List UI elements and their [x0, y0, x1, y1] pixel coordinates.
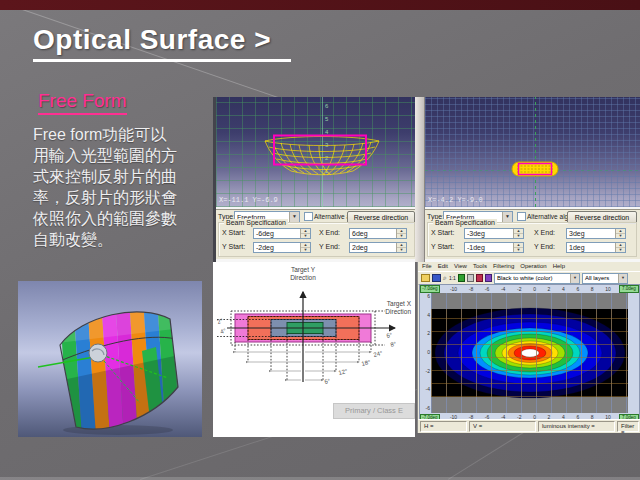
svg-text:6°: 6°: [324, 378, 332, 385]
cad-small-form: Type: Freeform ▼ Alternative algorithm (…: [425, 209, 640, 259]
marker-icon[interactable]: [476, 274, 483, 282]
beam-specification-legend: Beam Specification: [224, 219, 288, 226]
alternative-algorithm-checkbox[interactable]: [304, 212, 313, 221]
spinner[interactable]: ▲▼: [396, 243, 406, 252]
y-end-input[interactable]: 2deg ▲▼: [349, 242, 407, 253]
y-start-input[interactable]: -1deg ▲▼: [464, 242, 524, 253]
page-title: Optical Surface >: [33, 24, 291, 62]
x-start-input[interactable]: -3deg ▲▼: [464, 228, 524, 239]
open-folder-icon[interactable]: [421, 274, 430, 282]
crosshair-vertical: [535, 97, 536, 207]
svg-text:Direction: Direction: [385, 308, 411, 315]
cad-main-panel: 6 5 4 3 2 1: [213, 97, 418, 262]
svg-text:Target X: Target X: [387, 300, 412, 308]
status-v: V =: [469, 421, 536, 432]
y-end-input[interactable]: 1deg ▲▼: [566, 242, 626, 253]
spinner[interactable]: ▲▼: [300, 243, 310, 252]
slide: Optical Surface > Free Form Free form功能可…: [0, 0, 640, 480]
luminous-intensity-window: File Edit View Tools Filtering Operation…: [417, 262, 640, 433]
freeform-mesh-object-small[interactable]: [511, 159, 559, 179]
body-text: Free form功能可以 用輸入光型範圍的方 式來控制反射片的曲 率，反射片的…: [33, 124, 217, 250]
layers-select[interactable]: All layers ▼: [582, 273, 628, 284]
svg-text:4°: 4°: [219, 327, 227, 335]
range-badge: 7.0deg: [619, 285, 639, 293]
range-badge: -7.0deg: [420, 285, 440, 293]
svg-text:12°: 12°: [338, 368, 349, 376]
x-end-input[interactable]: 6deg ▲▼: [349, 228, 407, 239]
spinner[interactable]: ▲▼: [513, 243, 523, 252]
colormap-select[interactable]: Black to white (color) ▼: [494, 273, 580, 284]
chevron-down-icon[interactable]: ▼: [502, 212, 512, 222]
beam-specification-group: Beam Specification X Start: -3deg ▲▼ X E…: [427, 222, 637, 257]
cad-main-form: Type: Freeform ▼ Alternative algorithm (…: [216, 209, 418, 259]
target-diagram-panel: Target Y Direction Target X Direction: [213, 262, 415, 437]
grid-icon[interactable]: [458, 274, 465, 282]
status-luminous-intensity: luminous intensity =: [538, 421, 615, 432]
reflector-3d-image: [18, 281, 202, 437]
beam-specification-group: Beam Specification X Start: -6deg ▲▼ X E…: [218, 222, 415, 257]
x-axis-ruler-top: -12-10-8-6-4-2024681012: [431, 286, 628, 292]
reflector-surface-drawing: [18, 281, 202, 437]
status-bar: H = V = luminous intensity = Filter =: [418, 419, 640, 433]
body-line: 自動改變。: [33, 229, 217, 250]
body-line: 依照你入的範圍參數: [33, 208, 217, 229]
spinner[interactable]: ▲▼: [615, 229, 625, 238]
toolbar: ⌕ 1:1 Black to white (color) ▼ All layer…: [418, 271, 640, 285]
measure-icon[interactable]: [485, 274, 492, 282]
zoom-1-1-button[interactable]: 1:1: [449, 275, 456, 281]
spinner[interactable]: ▲▼: [396, 229, 406, 238]
svg-text:6°: 6°: [386, 332, 394, 339]
alternative-algorithm-checkbox[interactable]: [517, 212, 526, 221]
zoom-icon[interactable]: ⌕: [443, 274, 447, 282]
body-line: 用輸入光型範圍的方: [33, 145, 217, 166]
subtitle-free-form: Free Form: [38, 90, 127, 115]
status-h: H =: [420, 421, 467, 432]
svg-text:Direction: Direction: [290, 274, 316, 281]
window-divider: [415, 97, 425, 262]
spinner[interactable]: ▲▼: [513, 229, 523, 238]
svg-text:8°: 8°: [390, 341, 398, 348]
svg-text:18°: 18°: [361, 359, 372, 367]
cursor-position-status: X=-11.1 Y=-6.9: [219, 196, 278, 204]
intensity-plot[interactable]: [431, 293, 628, 413]
cad-main-grid-viewport[interactable]: 6 5 4 3 2 1: [216, 97, 418, 207]
svg-text:2°: 2°: [216, 317, 224, 325]
chevron-down-icon[interactable]: ▼: [570, 274, 579, 283]
spinner[interactable]: ▲▼: [615, 243, 625, 252]
body-line: 率，反射片的形狀會: [33, 187, 217, 208]
cad-small-grid-viewport[interactable]: X=-4.2 Y=-9.0: [425, 97, 640, 207]
chevron-down-icon[interactable]: ▼: [289, 212, 299, 222]
cad-small-panel: X=-4.2 Y=-9.0 Type: Freeform ▼ Alternati…: [425, 97, 640, 262]
body-line: Free form功能可以: [33, 124, 217, 145]
copy-icon[interactable]: [467, 274, 474, 282]
svg-text:24°: 24°: [373, 350, 384, 358]
spinner[interactable]: ▲▼: [300, 229, 310, 238]
save-icon[interactable]: [432, 274, 441, 282]
y-start-input[interactable]: -2deg ▲▼: [253, 242, 311, 253]
status-filter: Filter =: [617, 421, 639, 432]
chevron-down-icon[interactable]: ▼: [618, 274, 627, 283]
slide-top-bar: [0, 0, 640, 10]
body-line: 式來控制反射片的曲: [33, 166, 217, 187]
svg-text:Target Y: Target Y: [291, 266, 316, 274]
x-end-input[interactable]: 3deg ▲▼: [566, 228, 626, 239]
cursor-position-status: X=-4.2 Y=-9.0: [428, 196, 483, 204]
plot-frame: -12-10-8-6-4-2024681012 6420-2-4-6: [419, 284, 640, 422]
compass-sphere-icon: [89, 344, 107, 362]
freeform-mesh-object[interactable]: [261, 133, 383, 179]
beam-specification-legend: Beam Specification: [433, 219, 497, 226]
plot-grid: [431, 309, 628, 397]
primary-class-e-button[interactable]: Primary / Class E: [333, 403, 415, 419]
y-axis-ruler-left: 6420-2-4-6: [420, 293, 431, 411]
x-start-input[interactable]: -6deg ▲▼: [253, 228, 311, 239]
